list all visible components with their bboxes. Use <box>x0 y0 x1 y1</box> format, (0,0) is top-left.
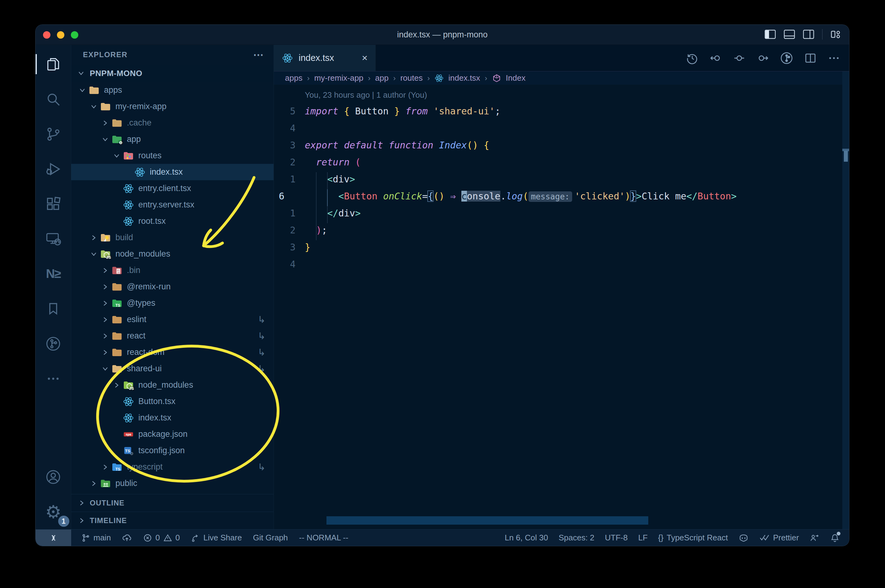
tree-item-entry-server[interactable]: entry.server.tsx <box>71 196 274 213</box>
next-change-icon[interactable] <box>756 52 769 64</box>
tree-item-cache[interactable]: .cache <box>71 115 274 131</box>
chevron-right-icon <box>99 284 111 290</box>
folder-icon <box>111 314 122 325</box>
code-editor[interactable]: You, 23 hours ago | 1 author (You) 5 imp… <box>274 85 849 529</box>
tree-item-node-modules[interactable]: JS node_modules <box>71 246 274 262</box>
zoom-window-button[interactable] <box>71 31 78 39</box>
vim-mode-label: -- NORMAL -- <box>299 533 348 543</box>
git-graph-icon[interactable] <box>36 326 71 361</box>
current-change-icon[interactable] <box>733 52 746 64</box>
breadcrumb-index-symbol[interactable]: Index <box>506 73 526 83</box>
nx-console-icon[interactable]: N≥ <box>36 256 71 291</box>
language-mode-item[interactable]: {} TypeScript React <box>658 533 728 543</box>
extensions-icon[interactable] <box>36 186 71 221</box>
close-icon[interactable]: × <box>362 52 367 64</box>
remote-explorer-icon[interactable] <box>36 221 71 256</box>
git-graph-item[interactable]: Git Graph <box>253 533 288 543</box>
remote-indicator[interactable] <box>36 530 71 546</box>
more-views-icon[interactable] <box>36 361 71 396</box>
git-graph-icon[interactable] <box>780 51 793 65</box>
tree-item-shared-node-modules[interactable]: JS node_modules <box>71 377 274 393</box>
tree-item-my-remix-app[interactable]: my-remix-app <box>71 98 274 115</box>
breadcrumb-my-remix-app[interactable]: my-remix-app <box>314 73 363 83</box>
toggle-secondary-sidebar-icon[interactable] <box>803 30 814 39</box>
tree-item-build[interactable]: build <box>71 230 274 246</box>
more-actions-icon[interactable] <box>828 52 840 64</box>
cursor-position-item[interactable]: Ln 6, Col 30 <box>505 533 548 543</box>
tree-item-app[interactable]: ⚙ app <box>71 131 274 147</box>
chevron-down-icon <box>88 103 99 110</box>
source-control-icon[interactable] <box>36 117 71 152</box>
git-branch-item[interactable]: main <box>81 533 111 543</box>
tree-item-shared-index-tsx[interactable]: index.tsx <box>71 410 274 426</box>
tree-item-types[interactable]: TS @types <box>71 295 274 311</box>
timeline-history-icon[interactable] <box>686 52 699 64</box>
breadcrumb-apps[interactable]: apps <box>285 73 303 83</box>
svg-text:npm: npm <box>126 432 131 436</box>
vertical-scrollbar[interactable] <box>842 71 849 529</box>
react-icon <box>282 52 293 64</box>
views-more-icon[interactable]: ⋯ <box>253 48 264 61</box>
customize-layout-icon[interactable] <box>831 29 841 39</box>
folder-build-icon <box>100 232 111 243</box>
previous-change-icon[interactable] <box>709 52 722 64</box>
tree-item-index-tsx[interactable]: index.tsx <box>71 164 274 180</box>
tab-index-tsx[interactable]: index.tsx × <box>274 45 376 71</box>
copilot-icon[interactable] <box>738 532 749 543</box>
accounts-icon[interactable] <box>36 459 71 494</box>
tree-item-tsconfig-json[interactable]: TS⚙ tsconfig.json <box>71 442 274 459</box>
close-window-button[interactable] <box>43 31 50 39</box>
toggle-panel-icon[interactable] <box>784 30 795 39</box>
vim-mode-indicator[interactable]: -- NORMAL -- <box>299 533 348 543</box>
tree-item-remix-run[interactable]: @remix-run <box>71 279 274 295</box>
tree-item-bin[interactable]: 0110 .bin <box>71 262 274 279</box>
split-editor-icon[interactable] <box>804 52 817 64</box>
bookmarks-icon[interactable] <box>36 291 71 326</box>
eol-item[interactable]: LF <box>638 533 647 543</box>
explorer-sidebar: EXPLORER ⋯ PNPM-MONO apps my-remix-app <box>71 45 274 529</box>
line-number: 3 <box>274 238 305 256</box>
project-root-row[interactable]: PNPM-MONO <box>71 64 274 82</box>
tree-item-react-dom[interactable]: react-dom ↳ <box>71 344 274 360</box>
problems-item[interactable]: 0 0 <box>143 533 180 543</box>
tree-item-button-tsx[interactable]: Button.tsx <box>71 393 274 410</box>
run-and-debug-icon[interactable] <box>36 152 71 186</box>
svg-text:⚙: ⚙ <box>129 451 133 456</box>
chevron-down-icon <box>75 70 87 76</box>
settings-icon[interactable]: ⚙ 1 <box>36 494 71 529</box>
outline-section[interactable]: OUTLINE <box>71 494 274 512</box>
horizontal-scrollbar[interactable] <box>327 516 648 525</box>
explorer-icon[interactable] <box>36 46 71 82</box>
indentation-item[interactable]: Spaces: 2 <box>558 533 595 543</box>
minimize-window-button[interactable] <box>57 31 64 39</box>
tree-item-entry-client[interactable]: entry.client.tsx <box>71 180 274 196</box>
publish-changes-icon[interactable] <box>122 533 132 543</box>
breadcrumb-routes[interactable]: routes <box>400 73 423 83</box>
tree-item-public[interactable]: public <box>71 475 274 492</box>
live-share-item[interactable]: Live Share <box>191 533 242 543</box>
tree-item-package-json[interactable]: npm package.json <box>71 426 274 442</box>
breadcrumb-index-tsx[interactable]: index.tsx <box>449 73 480 83</box>
tree-item-eslint[interactable]: eslint ↳ <box>71 311 274 328</box>
npm-icon: npm <box>123 429 134 440</box>
tree-item-react[interactable]: react ↳ <box>71 328 274 344</box>
breadcrumb-app[interactable]: app <box>375 73 388 83</box>
tree-item-apps[interactable]: apps <box>71 82 274 98</box>
tree-item-shared-ui[interactable]: shared-ui ↳ <box>71 360 274 377</box>
bell-icon[interactable] <box>830 533 840 543</box>
chevron-right-icon <box>99 267 111 274</box>
prettier-label: Prettier <box>773 533 799 543</box>
prettier-item[interactable]: Prettier <box>759 533 799 543</box>
blame-annotation-line: You, 23 hours ago | 1 author (You) <box>274 87 849 103</box>
timeline-section[interactable]: TIMELINE <box>71 512 274 529</box>
line-number: 2 <box>274 154 305 171</box>
chevron-down-icon <box>88 251 99 258</box>
tree-item-routes[interactable]: routes <box>71 147 274 164</box>
tree-item-typescript[interactable]: TS typescript ↳ <box>71 459 274 475</box>
tree-item-root-tsx[interactable]: root.tsx <box>71 213 274 230</box>
toggle-primary-sidebar-icon[interactable] <box>765 30 776 39</box>
folder-icon <box>100 101 111 112</box>
feedback-icon[interactable] <box>810 533 819 543</box>
search-icon[interactable] <box>36 82 71 117</box>
encoding-item[interactable]: UTF-8 <box>605 533 628 543</box>
